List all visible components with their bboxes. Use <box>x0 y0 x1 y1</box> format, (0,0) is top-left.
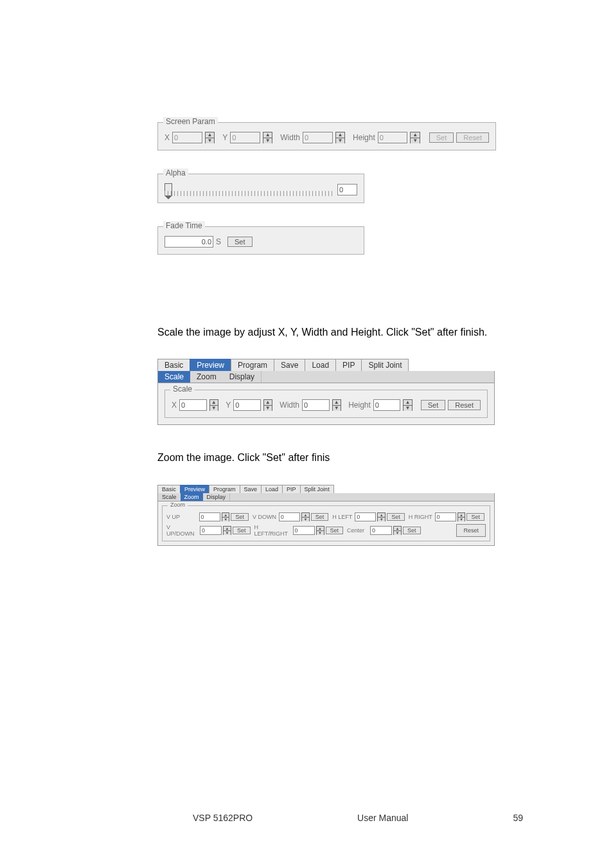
center-input[interactable]: 0 <box>370 526 392 535</box>
zoom-tabs-sub: Scale Zoom Display <box>157 493 495 502</box>
tab-basic[interactable]: Basic <box>157 359 190 371</box>
tabs-sub: Scale Zoom Display <box>157 371 495 383</box>
width-input[interactable]: 0 <box>303 132 333 143</box>
alpha-legend: Alpha <box>163 168 188 177</box>
z-tab-save[interactable]: Save <box>240 485 262 493</box>
tabs-main: Basic Preview Program Save Load PIP Spli… <box>157 359 495 371</box>
scale-height-input[interactable]: 0 <box>373 399 401 411</box>
tab-pip[interactable]: PIP <box>335 359 362 371</box>
width-spinner[interactable]: ▲▼ <box>335 132 346 143</box>
page-footer: VSP 5162PRO User Manual 59 <box>0 813 613 823</box>
scale-width-label: Width <box>280 401 299 410</box>
scale-panel-screenshot: Basic Preview Program Save Load PIP Spli… <box>157 359 495 425</box>
scale-group: Scale X 0 ▲▼ Y 0 ▲▼ Width 0 ▲▼ Height 0 <box>164 390 488 418</box>
scale-y-spinner[interactable]: ▲▼ <box>263 399 272 411</box>
height-spinner[interactable]: ▲▼ <box>410 132 420 143</box>
height-label: Height <box>353 133 375 142</box>
scale-set-button[interactable]: Set <box>421 400 446 410</box>
tab-display[interactable]: Display <box>223 371 262 383</box>
vupdown-label: V UP/DOWN <box>166 524 199 537</box>
fade-time-legend: Fade Time <box>163 221 205 230</box>
zoom-instruction-text: Zoom the image. Click "Set" after finis <box>157 451 549 465</box>
scale-x-spinner[interactable]: ▲▼ <box>209 399 218 411</box>
vdown-spinner[interactable]: ▲▼ <box>301 512 310 521</box>
fade-set-button[interactable]: Set <box>227 237 253 247</box>
center-spinner[interactable]: ▲▼ <box>393 526 402 535</box>
hleft-input[interactable]: 0 <box>355 512 376 521</box>
scale-x-input[interactable]: 0 <box>179 399 207 411</box>
vdown-label: V DOWN <box>253 514 278 520</box>
z-tab-scale[interactable]: Scale <box>158 493 181 501</box>
z-tab-pip[interactable]: PIP <box>282 485 301 493</box>
fade-time-unit: S <box>216 237 221 246</box>
x-label: X <box>164 133 170 142</box>
scale-x-label: X <box>172 401 177 410</box>
vup-label: V UP <box>166 514 198 520</box>
tab-program[interactable]: Program <box>231 359 274 371</box>
tab-scale[interactable]: Scale <box>158 371 191 383</box>
y-label: Y <box>222 133 227 142</box>
center-label: Center <box>347 527 369 534</box>
alpha-group: Alpha 0 <box>157 174 364 203</box>
hlr-input[interactable]: 0 <box>293 526 315 535</box>
hright-label: H RIGHT <box>409 514 434 520</box>
height-input[interactable]: 0 <box>378 132 408 143</box>
hlr-spinner[interactable]: ▲▼ <box>316 526 324 535</box>
x-input[interactable]: 0 <box>172 132 202 143</box>
hleft-spinner[interactable]: ▲▼ <box>377 512 386 521</box>
z-tab-display[interactable]: Display <box>203 493 231 501</box>
zoom-panel-screenshot: Basic Preview Program Save Load PIP Spli… <box>157 485 495 546</box>
z-tab-program[interactable]: Program <box>209 485 240 493</box>
footer-doc: User Manual <box>357 813 408 823</box>
set-button[interactable]: Set <box>429 132 454 143</box>
zoom-reset-button[interactable]: Reset <box>456 524 486 537</box>
scale-y-input[interactable]: 0 <box>233 399 261 411</box>
zoom-tabs-main: Basic Preview Program Save Load PIP Spli… <box>157 485 495 493</box>
vupdown-input[interactable]: 0 <box>200 526 222 535</box>
scale-y-label: Y <box>226 401 231 410</box>
tab-zoom[interactable]: Zoom <box>190 371 224 383</box>
hleft-label: H LEFT <box>332 514 353 520</box>
hlr-set-button[interactable]: Set <box>326 527 344 534</box>
scale-width-input[interactable]: 0 <box>302 399 330 411</box>
reset-button[interactable]: Reset <box>456 132 489 143</box>
hright-input[interactable]: 0 <box>435 512 456 521</box>
z-tab-zoom[interactable]: Zoom <box>181 493 204 501</box>
tab-splitjoint[interactable]: Split Joint <box>361 359 409 371</box>
vupdown-set-button[interactable]: Set <box>233 527 251 534</box>
vup-spinner[interactable]: ▲▼ <box>222 512 230 521</box>
hright-spinner[interactable]: ▲▼ <box>458 512 466 521</box>
hright-set-button[interactable]: Set <box>466 513 484 521</box>
x-spinner[interactable]: ▲▼ <box>205 132 215 143</box>
fade-time-group: Fade Time 0.0 S Set <box>157 226 364 255</box>
tab-preview[interactable]: Preview <box>190 359 231 371</box>
z-tab-load[interactable]: Load <box>261 485 283 493</box>
z-tab-splitjoint[interactable]: Split Joint <box>300 485 334 493</box>
footer-page: 59 <box>513 813 523 823</box>
fade-time-input[interactable]: 0.0 <box>164 236 213 248</box>
vup-set-button[interactable]: Set <box>231 513 249 521</box>
alpha-slider[interactable] <box>164 183 332 196</box>
scale-height-label: Height <box>348 401 371 410</box>
zoom-group: Zoom V UP 0 ▲▼ Set V DOWN 0 ▲▼ Set H LEF… <box>162 505 490 541</box>
scale-width-spinner[interactable]: ▲▼ <box>332 399 341 411</box>
hleft-set-button[interactable]: Set <box>387 513 405 521</box>
vdown-set-button[interactable]: Set <box>311 513 329 521</box>
vdown-input[interactable]: 0 <box>279 512 300 521</box>
vup-input[interactable]: 0 <box>199 512 220 521</box>
y-input[interactable]: 0 <box>230 132 260 143</box>
scale-instruction-text: Scale the image by adjust X, Y, Width an… <box>157 325 549 339</box>
footer-product: VSP 5162PRO <box>193 813 253 823</box>
screen-param-legend: Screen Param <box>163 117 218 126</box>
scale-reset-button[interactable]: Reset <box>448 400 481 410</box>
vupdown-spinner[interactable]: ▲▼ <box>223 526 231 535</box>
scale-height-spinner[interactable]: ▲▼ <box>403 399 412 411</box>
y-spinner[interactable]: ▲▼ <box>263 132 273 143</box>
zoom-legend: Zoom <box>168 502 188 508</box>
center-set-button[interactable]: Set <box>403 527 421 534</box>
tab-load[interactable]: Load <box>305 359 336 371</box>
tab-save[interactable]: Save <box>274 359 305 371</box>
alpha-value[interactable]: 0 <box>337 184 357 195</box>
z-tab-preview[interactable]: Preview <box>180 485 209 493</box>
z-tab-basic[interactable]: Basic <box>157 485 181 493</box>
